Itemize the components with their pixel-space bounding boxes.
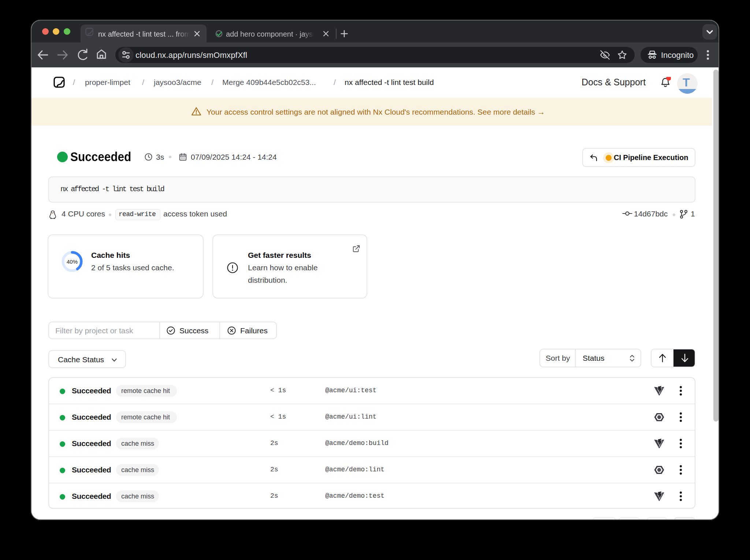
- svg-text:40%: 40%: [67, 259, 78, 265]
